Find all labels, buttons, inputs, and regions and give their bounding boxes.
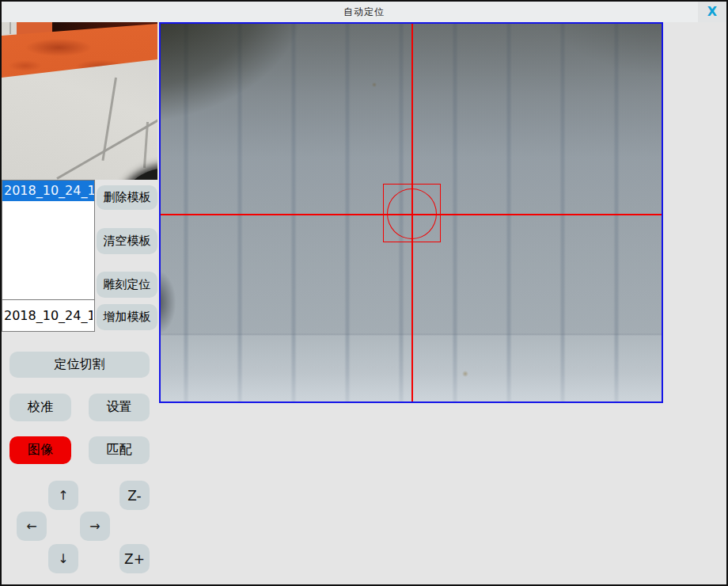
position-cut-button[interactable]: 定位切割: [9, 352, 150, 378]
clear-templates-button[interactable]: 清空模板: [97, 228, 157, 254]
arrow-down-icon: ↓: [58, 551, 68, 566]
jog-z-minus-button[interactable]: Z-: [119, 481, 150, 510]
arrow-left-icon: ←: [26, 519, 36, 534]
thumb-orange-beam: [2, 22, 157, 101]
arrow-up-icon: ↑: [58, 488, 68, 503]
dialog-title: 自动定位: [343, 6, 385, 19]
add-template-button[interactable]: 增加模板: [97, 304, 157, 330]
close-icon: X: [707, 6, 717, 18]
settings-button[interactable]: 设置: [89, 394, 150, 421]
image-button[interactable]: 图像: [9, 436, 71, 464]
match-button[interactable]: 匹配: [89, 436, 150, 464]
template-list-item-selected[interactable]: 2018_10_24_11: [2, 181, 94, 201]
thumb-dark-object: [119, 168, 157, 180]
arrow-right-icon: →: [89, 519, 100, 534]
jog-z-plus-button[interactable]: Z+: [119, 544, 150, 573]
z-plus-label: Z+: [124, 551, 145, 567]
template-list[interactable]: 2018_10_24_11: [2, 180, 95, 300]
calibrate-button[interactable]: 校准: [9, 394, 71, 421]
jog-right-button[interactable]: →: [80, 512, 110, 541]
jog-left-button[interactable]: ←: [17, 512, 47, 541]
auto-positioning-dialog: 自动定位 X 2018_10_24_11 删除模板 清空模板 雕刻定位 增加模板…: [0, 0, 728, 586]
close-button[interactable]: X: [698, 2, 726, 22]
titlebar: 自动定位: [2, 2, 726, 22]
z-minus-label: Z-: [127, 488, 141, 504]
delete-template-button[interactable]: 删除模板: [97, 185, 157, 210]
template-name-input[interactable]: [2, 299, 95, 332]
thumb-tile-grout-top: [9, 22, 11, 34]
camera-live-view[interactable]: [159, 22, 663, 403]
jog-down-button[interactable]: ↓: [48, 544, 78, 573]
roi-circle-overlay: [387, 188, 437, 239]
jog-up-button[interactable]: ↑: [48, 481, 78, 510]
engrave-position-button[interactable]: 雕刻定位: [97, 272, 157, 298]
template-preview-image: [2, 22, 157, 180]
